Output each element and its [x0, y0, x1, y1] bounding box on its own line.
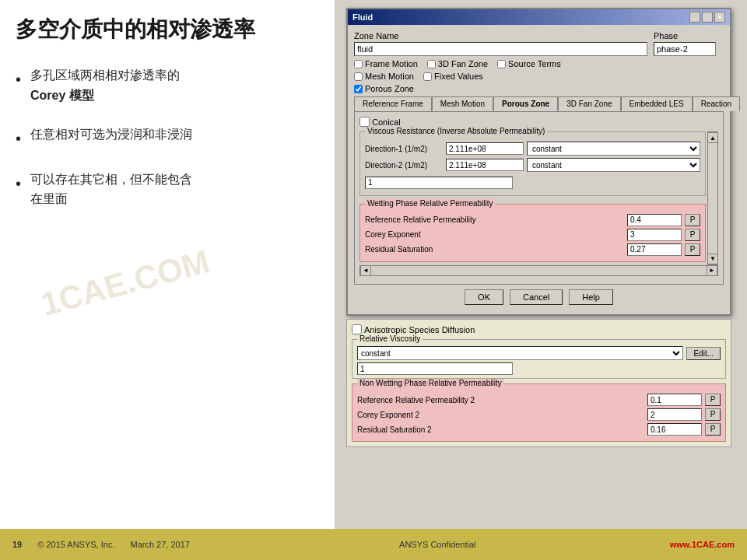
zone-name-col: Zone Name	[354, 31, 647, 56]
footer: 19 © 2015 ANSYS, Inc. March 27, 2017 ANS…	[0, 529, 747, 560]
phase-label: Phase	[654, 31, 724, 40]
rel-visc-row: constant Edit...	[357, 346, 721, 360]
dialog-title-buttons: _ □ ×	[689, 12, 725, 23]
watermark: 1CAE.COM	[37, 243, 214, 324]
bullet-dot-1: •	[16, 67, 21, 92]
tabs-row: Reference Frame Mesh Motion Porous Zone …	[354, 96, 724, 111]
cb-fixed-values[interactable]: Fixed Values	[423, 72, 483, 81]
wetting-corey-input[interactable]	[627, 229, 682, 241]
dir1-select[interactable]: constant	[527, 142, 700, 156]
footer-confidential: ANSYS Confidential	[205, 540, 670, 549]
cb-mesh-motion[interactable]: Mesh Motion	[354, 72, 414, 81]
conical-checkbox[interactable]	[359, 117, 370, 127]
tab-3d-fan-zone[interactable]: 3D Fan Zone	[558, 96, 620, 111]
wetting-ref-label: Reference Relative Permeability	[365, 215, 627, 224]
wetting-resid-input[interactable]	[627, 243, 682, 256]
wetting-resid-row: Residual Saturation P	[365, 243, 700, 256]
left-panel: 多空介质中的相对渗透率 • 多孔区域两相相对渗透率的 Corey 模型 • 任意…	[0, 0, 335, 529]
bullet-dot-3: •	[16, 171, 21, 196]
scroll-left-arrow[interactable]: ◄	[360, 265, 371, 276]
bullet-item-1: • 多孔区域两相相对渗透率的 Corey 模型	[16, 65, 319, 105]
nw-ref-p-button[interactable]: P	[705, 394, 721, 406]
horizontal-scrollbar[interactable]: ◄ ►	[359, 265, 718, 276]
minimize-button[interactable]: _	[689, 12, 700, 23]
fixed-values-checkbox[interactable]	[423, 72, 432, 81]
cb-porous-zone[interactable]: Porous Zone	[354, 84, 414, 93]
dialog-buttons: OK Cancel Help	[354, 285, 724, 308]
tab-embedded-les[interactable]: Embedded LES	[621, 96, 693, 111]
dir2-label: Direction-2 (1/m2)	[365, 161, 443, 170]
dir2-select[interactable]: constant	[527, 158, 700, 172]
cb-3d-fan-zone[interactable]: 3D Fan Zone	[427, 59, 488, 68]
relative-viscosity-group: Relative Viscosity constant Edit...	[352, 339, 726, 379]
nw-corey-p-button[interactable]: P	[705, 408, 721, 421]
close-button[interactable]: ×	[714, 12, 725, 23]
frame-motion-checkbox[interactable]	[354, 60, 363, 68]
rel-visc-edit-btn[interactable]: Edit...	[686, 347, 721, 360]
wetting-corey-row: Corey Exponent P	[365, 229, 700, 241]
phase-col: Phase	[654, 31, 724, 56]
tab-mesh-motion[interactable]: Mesh Motion	[432, 96, 493, 111]
nw-corey-label: Corey Exponent 2	[357, 411, 647, 419]
right-panel: Fluid _ □ × Zone Name Phase	[335, 0, 747, 529]
tab-reference-frame[interactable]: Reference Frame	[354, 96, 432, 111]
checkbox-row-2: Mesh Motion Fixed Values	[354, 72, 724, 81]
wetting-ref-input[interactable]	[627, 214, 682, 226]
scroll-right-arrow[interactable]: ►	[707, 265, 717, 276]
dir2-input[interactable]	[446, 159, 524, 171]
nw-resid-input[interactable]	[647, 423, 702, 436]
zone-name-input[interactable]	[354, 42, 647, 56]
bullet-text-2: 任意相对可选为浸润和非浸润	[30, 124, 192, 145]
aniso-cb[interactable]: Anisotropic Species Diffusion	[352, 324, 726, 334]
aniso-label: Anisotropic Species Diffusion	[364, 325, 475, 334]
zone-name-label: Zone Name	[354, 31, 647, 40]
non-wetting-title: Non Wetting Phase Relative Permeability	[357, 379, 504, 387]
wetting-corey-p-button[interactable]: P	[685, 229, 700, 241]
nw-resid-p-button[interactable]: P	[705, 423, 721, 436]
bullet-list: • 多孔区域两相相对渗透率的 Corey 模型 • 任意相对可选为浸润和非浸润 …	[16, 65, 319, 208]
dialog-title-text: Fluid	[352, 12, 373, 22]
porous-zone-checkbox[interactable]	[354, 85, 363, 93]
cb-frame-motion[interactable]: Frame Motion	[354, 59, 418, 68]
direction-2-row: Direction-2 (1/m2) constant	[365, 158, 700, 172]
wetting-ref-row: Reference Relative Permeability P	[365, 214, 700, 226]
footer-copyright: © 2015 ANSYS, Inc.	[37, 540, 114, 549]
cancel-button[interactable]: Cancel	[510, 289, 563, 305]
rel-visc-value-input[interactable]	[357, 362, 513, 375]
wetting-resid-label: Residual Saturation	[365, 245, 627, 254]
cb-source-terms[interactable]: Source Terms	[497, 59, 561, 68]
nw-ref-row: Reference Relative Permeability 2 P	[357, 394, 721, 406]
wetting-corey-label: Corey Exponent	[365, 230, 627, 239]
maximize-button[interactable]: □	[702, 12, 713, 23]
viscous-resistance-group: Viscous Resistance (Inverse Absolute Per…	[359, 131, 706, 196]
tab-porous-zone[interactable]: Porous Zone	[493, 96, 558, 111]
source-terms-checkbox[interactable]	[497, 60, 506, 68]
bottom-dialog: Anisotropic Species Diffusion Relative V…	[346, 319, 731, 447]
dir1-label: Direction-1 (1/m2)	[365, 145, 443, 153]
bullet-dot-2: •	[16, 126, 21, 151]
vertical-scrollbar[interactable]: ▲ ▼	[707, 131, 718, 265]
3d-fan-zone-checkbox[interactable]	[427, 60, 436, 68]
nw-corey-input[interactable]	[647, 408, 702, 421]
tab-reaction[interactable]: Reaction	[693, 96, 740, 111]
rel-visc-select[interactable]: constant	[357, 346, 683, 360]
nw-corey-row: Corey Exponent 2 P	[357, 408, 721, 421]
aniso-checkbox[interactable]	[352, 324, 362, 334]
mesh-motion-checkbox[interactable]	[354, 72, 363, 81]
checkbox-row: Frame Motion 3D Fan Zone Source Terms	[354, 59, 724, 68]
relative-viscosity-title: Relative Viscosity	[357, 334, 423, 343]
ok-button[interactable]: OK	[465, 289, 503, 305]
help-button[interactable]: Help	[569, 289, 613, 305]
extra-value-input[interactable]	[365, 177, 513, 189]
checkbox-row-3: Porous Zone	[354, 84, 724, 93]
dir1-input[interactable]	[446, 142, 524, 155]
tab-content-porous-zone: Conical Viscous Resistance (Inverse Abso…	[354, 111, 724, 285]
wetting-resid-p-button[interactable]: P	[685, 243, 700, 256]
footer-page: 19	[12, 540, 22, 549]
scroll-up-arrow[interactable]: ▲	[707, 132, 718, 143]
phase-input[interactable]	[654, 42, 716, 56]
scroll-down-arrow[interactable]: ▼	[707, 254, 718, 264]
wetting-ref-p-button[interactable]: P	[685, 214, 700, 226]
nw-ref-input[interactable]	[647, 394, 702, 406]
conical-row: Conical	[359, 117, 718, 127]
